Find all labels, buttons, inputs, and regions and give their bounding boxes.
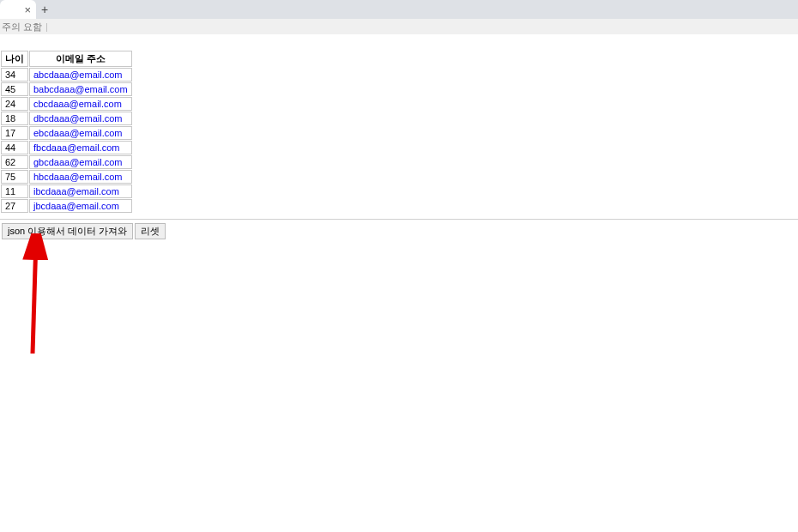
- cell-email: hbcdaaa@email.com: [29, 170, 132, 184]
- data-table: 나이 이메일 주소 34abcdaaa@email.com45babcdaaa@…: [0, 50, 133, 214]
- table-header-row: 나이 이메일 주소: [1, 51, 132, 67]
- reset-button[interactable]: 리셋: [135, 223, 166, 239]
- fetch-button[interactable]: json 이용해서 데이터 가져와: [2, 223, 133, 239]
- address-bar: 주의 요함 |: [0, 19, 798, 34]
- email-link[interactable]: cbcdaaa@email.com: [33, 99, 122, 109]
- cell-age: 27: [1, 199, 28, 213]
- button-row: json 이용해서 데이터 가져와 리셋: [0, 223, 798, 239]
- security-warning: 주의 요함: [2, 21, 42, 33]
- divider: [0, 219, 798, 220]
- th-age: 나이: [1, 51, 28, 67]
- close-icon[interactable]: ×: [24, 3, 31, 16]
- cell-age: 62: [1, 155, 28, 169]
- table-row: 44fbcdaaa@email.com: [1, 141, 132, 154]
- table-row: 75hbcdaaa@email.com: [1, 170, 132, 184]
- cell-email: ibcdaaa@email.com: [29, 184, 132, 198]
- cell-age: 45: [1, 82, 28, 96]
- email-link[interactable]: hbcdaaa@email.com: [33, 172, 123, 182]
- table-row: 17ebcdaaa@email.com: [1, 126, 132, 140]
- table-row: 34abcdaaa@email.com: [1, 68, 132, 82]
- separator: |: [45, 21, 48, 32]
- email-link[interactable]: abcdaaa@email.com: [33, 70, 123, 80]
- cell-email: cbcdaaa@email.com: [29, 97, 132, 111]
- cell-email: dbcdaaa@email.com: [29, 112, 132, 125]
- table-row: 45babcdaaa@email.com: [1, 82, 132, 96]
- cell-age: 11: [1, 184, 28, 198]
- th-email: 이메일 주소: [29, 51, 132, 67]
- cell-email: gbcdaaa@email.com: [29, 155, 132, 169]
- email-link[interactable]: fbcdaaa@email.com: [33, 142, 119, 153]
- browser-tab[interactable]: ×: [0, 0, 36, 19]
- table-row: 18dbcdaaa@email.com: [1, 112, 132, 125]
- cell-email: jbcdaaa@email.com: [29, 199, 132, 213]
- cell-age: 75: [1, 170, 28, 184]
- tab-bar: × +: [0, 0, 798, 19]
- cell-age: 24: [1, 97, 28, 111]
- cell-age: 44: [1, 141, 28, 154]
- table-row: 62gbcdaaa@email.com: [1, 155, 132, 169]
- email-link[interactable]: ibcdaaa@email.com: [33, 186, 119, 196]
- email-link[interactable]: jbcdaaa@email.com: [33, 201, 119, 211]
- cell-age: 34: [1, 68, 28, 82]
- email-link[interactable]: gbcdaaa@email.com: [33, 157, 123, 167]
- email-link[interactable]: ebcdaaa@email.com: [33, 128, 123, 138]
- page-content: 나이 이메일 주소 34abcdaaa@email.com45babcdaaa@…: [0, 34, 798, 239]
- cell-email: fbcdaaa@email.com: [29, 141, 132, 154]
- annotation-arrow: [17, 233, 51, 362]
- cell-email: ebcdaaa@email.com: [29, 126, 132, 140]
- svg-line-1: [33, 239, 36, 354]
- cell-age: 18: [1, 112, 28, 125]
- cell-email: babcdaaa@email.com: [29, 82, 132, 96]
- cell-age: 17: [1, 126, 28, 140]
- email-link[interactable]: dbcdaaa@email.com: [33, 113, 123, 124]
- table-row: 24cbcdaaa@email.com: [1, 97, 132, 111]
- cell-email: abcdaaa@email.com: [29, 68, 132, 82]
- table-row: 27jbcdaaa@email.com: [1, 199, 132, 213]
- table-row: 11ibcdaaa@email.com: [1, 184, 132, 198]
- newtab-icon[interactable]: +: [41, 3, 48, 16]
- email-link[interactable]: babcdaaa@email.com: [33, 84, 128, 94]
